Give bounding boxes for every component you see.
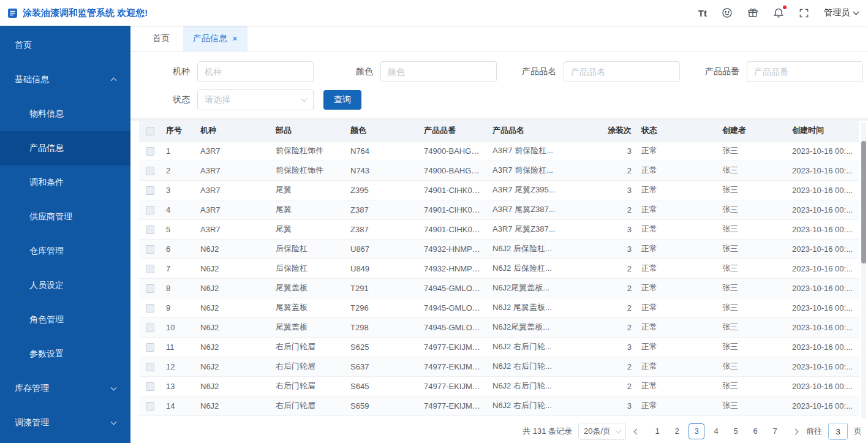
sidebar-item-role-management[interactable]: 角色管理	[0, 303, 130, 337]
sidebar-item-inventory-management[interactable]: 库存管理	[0, 371, 130, 406]
cell-status: 正常	[636, 161, 717, 180]
color-input[interactable]	[380, 61, 497, 82]
fullscreen-icon[interactable]	[799, 8, 809, 18]
tab-bar: 首页产品信息×	[130, 26, 868, 51]
user-menu[interactable]: 管理员	[824, 7, 858, 18]
column-header-creator: 创建者	[717, 121, 787, 141]
row-checkbox[interactable]	[146, 265, 154, 273]
chevron-down-icon	[111, 419, 117, 425]
product-table-area: 序号机种部品颜色产品品番产品品名涂装次状态创建者创建时间1A3R7前保险杠饰件N…	[130, 121, 868, 420]
prev-page-button[interactable]	[632, 430, 641, 434]
sidebar-item-product-info[interactable]: 产品信息	[0, 131, 130, 165]
cell-product-no: 74945-GMLO0...	[419, 298, 488, 317]
cell-coating-count: 2	[564, 278, 636, 298]
machine-type-input[interactable]	[197, 61, 314, 82]
select-all-checkbox[interactable]	[146, 127, 154, 135]
tab-home[interactable]: 首页	[143, 26, 179, 51]
page-5[interactable]: 5	[728, 423, 744, 439]
brand: 涂装油漆调和监管系统 欢迎您!	[7, 7, 148, 19]
sidebar-item-mixing-conditions[interactable]: 调和条件	[0, 165, 130, 200]
product-name-input[interactable]	[564, 61, 680, 82]
sidebar-item-label: 库存管理	[15, 383, 49, 394]
cell-created-time: 2023-10-16 00:...	[787, 396, 859, 415]
cell-status: 正常	[636, 317, 717, 337]
page-2[interactable]: 2	[669, 423, 685, 439]
row-select-cell	[139, 239, 161, 259]
cell-product-name: N6J2尾翼盖板...	[488, 317, 564, 337]
cell-machine-type: A3R7	[195, 161, 271, 180]
field-product-no: 产品品番	[680, 61, 863, 82]
page-1[interactable]: 1	[649, 423, 665, 439]
product-no-input[interactable]	[747, 61, 863, 82]
sidebar-item-label: 调漆管理	[15, 417, 49, 428]
row-select-cell	[139, 200, 161, 219]
sidebar-item-basic-info[interactable]: 基础信息	[0, 62, 130, 97]
cell-part: 尾翼	[271, 200, 345, 219]
row-checkbox[interactable]	[146, 206, 154, 214]
cell-creator: 张三	[717, 357, 787, 376]
row-select-cell	[139, 161, 161, 180]
row-checkbox[interactable]	[146, 147, 154, 156]
row-checkbox[interactable]	[146, 225, 154, 234]
row-checkbox[interactable]	[146, 186, 154, 195]
sidebar-item-home[interactable]: 首页	[0, 28, 130, 62]
table-row: 14N6J2右后门轮眉S65974977-EKIJM0...N6J2 右后门轮.…	[139, 396, 859, 415]
table-row: 5A3R7尾翼Z38774901-CIHK00...A3R7 尾翼Z387...…	[139, 219, 859, 239]
cell-color: U867	[345, 239, 419, 259]
sidebar-item-personnel-settings[interactable]: 人员设定	[0, 268, 130, 303]
next-page-button[interactable]	[791, 430, 800, 434]
row-checkbox[interactable]	[146, 324, 154, 332]
sidebar-item-supplier-management[interactable]: 供应商管理	[0, 200, 130, 234]
page-6[interactable]: 6	[747, 423, 763, 439]
font-size-icon[interactable]: Tt	[698, 8, 707, 18]
notification-bell-icon[interactable]	[773, 7, 784, 18]
row-checkbox[interactable]	[146, 167, 154, 175]
cell-color: S637	[345, 357, 419, 376]
gift-icon[interactable]	[747, 7, 758, 18]
cell-coating-count: 2	[564, 259, 636, 278]
cell-creator: 张三	[717, 337, 787, 357]
sidebar-menu: 首页基础信息物料信息产品信息调和条件供应商管理仓库管理人员设定角色管理参数设置库…	[0, 26, 130, 440]
page-3[interactable]: 3	[689, 423, 704, 439]
sidebar-item-paint-mixing-management[interactable]: 调漆管理	[0, 406, 130, 440]
cell-machine-type: N6J2	[195, 376, 271, 396]
row-checkbox[interactable]	[146, 382, 154, 391]
cell-coating-count: 3	[564, 337, 636, 357]
status-select[interactable]: 请选择	[197, 89, 314, 110]
cell-coating-count: 3	[564, 141, 636, 161]
sidebar-item-label: 供应商管理	[29, 211, 72, 222]
sidebar-item-material-info[interactable]: 物料信息	[0, 97, 130, 131]
row-checkbox[interactable]	[146, 343, 154, 352]
cell-machine-type: N6J2	[195, 317, 271, 337]
row-checkbox[interactable]	[146, 402, 154, 411]
row-checkbox[interactable]	[146, 304, 154, 312]
cell-created-time: 2023-10-16 00:...	[787, 278, 859, 298]
cell-product-no: 74900-BAHG00...	[419, 161, 488, 180]
table-row: 11N6J2右后门轮眉S62574977-EKIJM0...N6J2 右后门轮.…	[139, 337, 859, 357]
tab-product-info[interactable]: 产品信息×	[183, 26, 247, 51]
page-4[interactable]: 4	[708, 423, 724, 439]
goto-page-input[interactable]	[828, 423, 848, 440]
emoji-icon[interactable]	[722, 7, 733, 18]
cell-coating-count: 2	[564, 317, 636, 337]
cell-created-time: 2023-10-16 00:...	[787, 200, 859, 219]
query-button[interactable]: 查询	[323, 90, 361, 110]
vertical-scrollbar[interactable]	[861, 122, 866, 418]
scrollbar-thumb[interactable]	[861, 141, 866, 263]
page-7[interactable]: 7	[767, 423, 783, 439]
tab-close-icon[interactable]: ×	[232, 34, 238, 43]
sidebar-item-warehouse-management[interactable]: 仓库管理	[0, 234, 130, 268]
page-size-select[interactable]: 20条/页	[578, 423, 626, 440]
row-checkbox[interactable]	[146, 284, 154, 293]
table-row: 4A3R7尾翼Z38774901-CIHK00...A3R7 尾翼Z387...…	[139, 200, 859, 219]
table-row: 7N6J2后保险杠U84974932-HNMP0...N6J2 后保险杠...2…	[139, 259, 859, 278]
row-checkbox[interactable]	[146, 363, 154, 371]
cell-created-time: 2023-10-16 00:...	[787, 180, 859, 200]
cell-product-no: 74901-CIHK00...	[419, 200, 488, 219]
cell-part: 右后门轮眉	[271, 337, 345, 357]
cell-creator: 张三	[717, 278, 787, 298]
cell-product-no: 74945-GMLO0...	[419, 317, 488, 337]
table-row: 3A3R7尾翼Z39574901-CIHK00...A3R7 尾翼Z395...…	[139, 180, 859, 200]
row-checkbox[interactable]	[146, 245, 154, 254]
sidebar-item-parameter-settings[interactable]: 参数设置	[0, 337, 130, 371]
